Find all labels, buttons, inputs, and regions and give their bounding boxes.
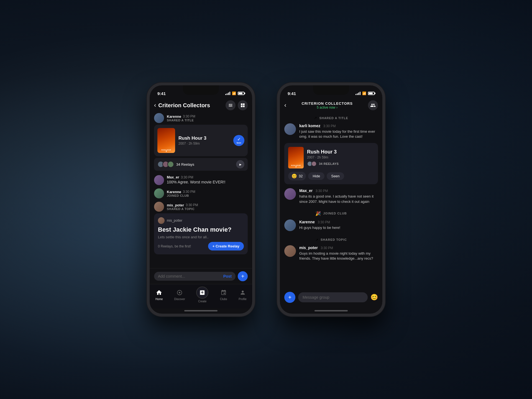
grid-icon [240,103,245,108]
section-text-2: SHARED TOPIC [321,238,347,241]
movie-card-1[interactable]: Rush Hour 3 2007 · 2h 59m ✓ Seen [154,125,248,156]
nav-label-home: Home [155,298,163,301]
detail-comment-mispoter: mis_poter 3:30 PM Guys im hosting a movi… [284,245,378,261]
seen-badge[interactable]: ✓ Seen [233,135,244,146]
detail-comment-body-karli: karli komez 3:30 PM I just saw this movi… [299,123,378,139]
feed-user-row-1: Karenne 3:30 PM SHARED A TITLE [154,113,248,123]
wifi-icon: 📶 [232,91,236,95]
topic-header: mis_potter [158,217,244,224]
timestamp-karenne-detail: 3:30 PM [318,220,330,224]
timestamp-maxer-2: 3:30 PM [316,189,328,193]
comment-input-area[interactable]: Add comment... Post [154,272,236,281]
avatar-karenne-2 [154,188,164,198]
feed-item-joined: Karenne 3:30 PM JOINED CLUB [154,188,248,198]
add-fab-button[interactable]: + [238,271,248,281]
detail-reelays-row: 34 REELAYS [307,161,339,167]
nav-item-create[interactable]: Create [196,287,208,303]
timestamp-3: 3:30 PM [183,190,195,194]
joined-section: 🎉 JOINED CLUB [284,211,378,216]
detail-feed: ↗ SHARED A TITLE karli komez 3:30 PM I j… [280,113,382,289]
comment-text-mispoter: Guys im hosting a movie night today with… [299,251,378,261]
movie-poster-1 [157,128,175,153]
phone-1: 9:41 📶 ‹ Criterion Collectors [147,83,255,316]
back-button-2[interactable]: ‹ [284,102,286,109]
header-left: ‹ Criterion Collectors [154,102,210,109]
sliders-icon [228,103,233,108]
home-indicator-1 [184,310,218,311]
timestamp-4: 3:30 PM [186,203,198,207]
active-now-indicator[interactable]: 5 active now [290,106,365,109]
check-icon: ✓ [237,137,241,142]
username-karenne-detail: Karenne [299,220,315,224]
battery-fill-2 [369,93,373,94]
event-body: Karenne 3:30 PM JOINED CLUB [167,190,195,197]
status-time-1: 9:41 [157,91,166,96]
phone-screen-1: 9:41 📶 ‹ Criterion Collectors [150,85,252,314]
nav-item-home[interactable]: Home [155,289,163,301]
post-button[interactable]: Post [223,274,232,278]
status-icons-1: 📶 [225,91,244,95]
avatar-mispoter [154,202,164,212]
feed-user-row-4: mis_poter 3:30 PM SHARED A TOPIC [154,202,248,212]
nav-item-discover[interactable]: Discover [174,289,185,301]
play-button-1[interactable] [236,160,244,168]
screen-content-2: ‹ CRITERION COLLECTORS 5 active now [280,98,382,314]
comment-placeholder: Add comment... [158,274,185,278]
active-now-text: 5 active now [317,106,335,109]
emoji-button[interactable]: 😊 [370,294,378,301]
svg-rect-12 [243,106,245,107]
wifi-icon-2: 📶 [362,91,366,95]
timestamp-2: 3:30 PM [181,175,193,179]
party-icon: 🎉 [315,211,321,216]
message-input[interactable]: Message group [298,292,368,302]
discover-icon [176,289,183,296]
detail-comment-body-karenne: Karenne 3:30 PM Hi guys happy to be here… [299,219,340,231]
phone-notch-2 [313,85,349,95]
username-karenne-2: Karenne [167,190,181,194]
timestamp-1: 3:30 PM [183,114,195,118]
reelays-row-1[interactable]: 34 Reelays [154,158,248,171]
battery-icon-2 [368,92,375,95]
reelays-be-first: 0 Reelays, be the first! [158,244,191,248]
grid-button[interactable] [238,100,248,110]
phone-notch [183,85,219,95]
detail-movie-title: Rush Hour 3 [307,149,339,155]
detail-movie-card[interactable]: Rush Hour 3 2007 · 2h 59m 34 REELAYS [284,143,378,184]
reaction-pill[interactable]: 😊 32 [288,172,306,180]
username-mispoter-detail: mis_poter [299,245,318,250]
detail-comment-body-mispoter: mis_poter 3:30 PM Guys im hosting a movi… [299,245,378,261]
message-fab-button[interactable]: + [284,292,295,303]
avatar-maxer [154,175,164,185]
people-button[interactable] [368,100,378,110]
status-time-2: 9:41 [288,91,296,96]
phone2-header: ‹ CRITERION COLLECTORS 5 active now [280,98,382,113]
feed-item-shared-title: Karenne 3:30 PM SHARED A TITLE Rush Hour… [154,113,248,171]
bottom-nav: Home Discover [150,284,252,308]
comment-body-1: Max_er 3:30 PM 100% Agree. Worst movie E… [167,175,225,184]
filter-button[interactable] [226,100,236,110]
username-row-3: Karenne 3:30 PM [167,190,195,194]
joined-text: JOINED CLUB [323,212,347,215]
action-label-1: SHARED A TITLE [167,119,195,122]
topic-avatar [158,217,165,224]
back-button[interactable]: ‹ [154,102,156,109]
create-circle[interactable] [196,287,208,299]
create-reelay-button[interactable]: + Create Reelay [208,242,244,250]
svg-point-14 [179,292,181,293]
username-karenne-1: Karenne [167,114,181,119]
hide-button[interactable]: Hide [308,172,324,180]
nav-item-clubs[interactable]: Clubs [220,289,227,301]
reaction-count: 32 [299,174,303,178]
seen-button[interactable]: Seen [327,172,344,180]
timestamp-karli: 3:30 PM [323,124,336,128]
user-info-1: Karenne 3:30 PM SHARED A TITLE [167,114,195,122]
nav-item-profile[interactable]: Profile [239,289,246,301]
club-name-title: CRITERION COLLECTORS [290,101,365,106]
comment-text-1: 100% Agree. Worst movie EVER!! [167,179,225,184]
topic-card[interactable]: mis_potter Best Jackie Chan movie? Lets … [154,213,248,254]
share-icon-1: ↗ [314,116,317,120]
profile-icon [239,289,247,296]
feed-1: Karenne 3:30 PM SHARED A TITLE Rush Hour… [150,113,252,268]
message-placeholder: Message group [303,295,329,300]
signal-icon [225,92,230,95]
